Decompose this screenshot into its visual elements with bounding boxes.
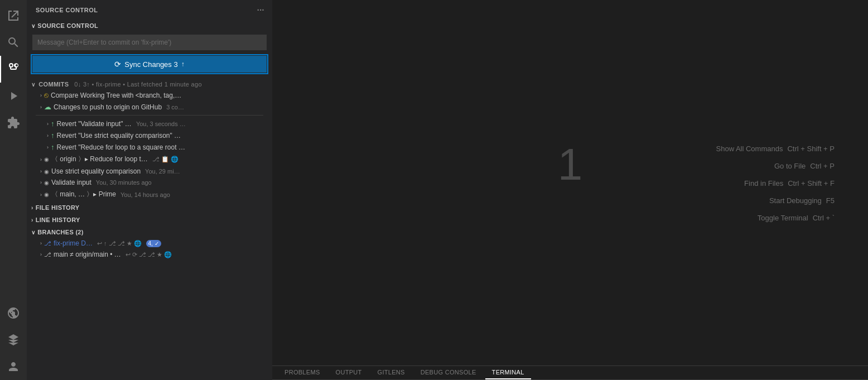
revert-strict-item[interactable]: › ↑ Revert "Use strict equality comparis… <box>27 129 272 141</box>
commit-dot-icon: ◉ <box>44 156 49 162</box>
hint-row-3: Find in Files Ctrl + Shift + F <box>716 179 835 187</box>
remote-activity-icon[interactable] <box>0 300 27 326</box>
commit-dot-icon4: ◉ <box>44 191 49 198</box>
show-all-commands-keys: Ctrl + Shift + P <box>787 144 835 152</box>
sidebar-header-icons: ··· <box>256 4 266 16</box>
compare-icon: ⎋ <box>44 91 49 99</box>
item-chevron: › <box>40 157 42 162</box>
fp-icon6: 🌐 <box>134 240 142 247</box>
item-chevron: › <box>40 252 42 257</box>
go-to-file-keys: Ctrl + P <box>810 161 835 170</box>
br-text: BRANCHES (2) <box>37 229 83 235</box>
bottom-panel: PROBLEMS OUTPUT GITLENS DEBUG CONSOLE TE… <box>272 365 868 380</box>
commits-meta: 0↓ 3↑ • fix-prime • Last fetched 1 minut… <box>74 81 201 88</box>
origin-reduce-label: 〈 origin 〉▸ Reduce for loop t… <box>51 155 148 164</box>
compare-working-tree-item[interactable]: › ⎋ Compare Working Tree with <branch, t… <box>27 89 272 101</box>
commit-dot-icon3: ◉ <box>44 180 49 186</box>
commit-message-input[interactable] <box>32 35 267 50</box>
file-history-label[interactable]: › FILE HISTORY <box>27 202 272 213</box>
revert-reduce-item[interactable]: › ↑ Revert "Reduce for loop to a square … <box>27 141 272 153</box>
command-hints: Show All Commands Ctrl + Shift + P Go to… <box>716 144 835 222</box>
strict-equality-label: Use strict equality comparison <box>51 167 141 175</box>
main-area: 1 Show All Commands Ctrl + Shift + P Go … <box>272 0 868 380</box>
main-prime-label: 〈 main, … 〉▸ Prime <box>51 190 116 199</box>
run-debug-activity-icon[interactable] <box>0 83 27 109</box>
lh-chevron: › <box>31 217 33 223</box>
branches-label[interactable]: ∨ BRANCHES (2) <box>27 227 272 238</box>
sync-icon: ⟳ <box>114 60 121 69</box>
fp-icon1: ↩ <box>97 240 102 247</box>
source-control-section-label[interactable]: ∨ SOURCE CONTROL <box>27 20 272 31</box>
main-icon5: ★ <box>157 251 162 258</box>
push-icon: ☁ <box>44 103 51 111</box>
sc-label: SOURCE CONTROL <box>37 22 98 29</box>
item-chevron: › <box>40 104 42 110</box>
tab-debug-console[interactable]: DEBUG CONSOLE <box>414 366 483 379</box>
sync-button-container: ⟳ Sync Changes 3 ↑ <box>27 54 272 75</box>
fp-badge: 4, ✓ <box>146 240 161 247</box>
origin-inline-icons: ⎇ 📋 🌐 <box>152 156 179 163</box>
tab-output[interactable]: OUTPUT <box>329 366 369 379</box>
main-icon4: ⎇ <box>148 251 155 258</box>
branch-icon-fp: ⎇ <box>44 240 51 247</box>
revert-validate-meta: You, 3 seconds … <box>136 121 186 127</box>
accounts-activity-icon[interactable] <box>0 353 27 380</box>
commits-label: COMMITS <box>38 81 69 88</box>
main-prime-item[interactable]: › ◉ 〈 main, … 〉▸ Prime You, 14 hours ago <box>27 188 272 201</box>
main-inline-icons: ↩ ⟳ ⎇ ⎇ ★ 🌐 <box>126 251 172 258</box>
main-branch-label: main ≠ origin/main • … <box>54 251 121 258</box>
line-history-section: › LINE HISTORY <box>27 214 272 225</box>
item-chevron: › <box>47 145 49 150</box>
hint-row-4: Start Debugging F5 <box>716 196 835 204</box>
revert-strict-label: Revert "Use strict equality comparison" … <box>57 132 181 140</box>
extensions-activity-icon[interactable] <box>0 109 27 136</box>
line-history-label[interactable]: › LINE HISTORY <box>27 214 272 225</box>
up-commit-icon2: ↑ <box>51 131 55 140</box>
find-in-files-label: Find in Files <box>744 179 783 187</box>
branch-icon: ⎇ <box>152 156 160 163</box>
lh-text: LINE HISTORY <box>36 217 80 223</box>
tab-gitlens[interactable]: GITLENS <box>371 366 412 379</box>
more-icon[interactable]: ··· <box>256 4 266 16</box>
item-chevron: › <box>40 169 42 174</box>
tab-problems[interactable]: PROBLEMS <box>278 366 327 379</box>
main-branch-item[interactable]: › ⎇ main ≠ origin/main • … ↩ ⟳ ⎇ ⎇ ★ 🌐 <box>27 249 272 260</box>
fix-prime-branch-item[interactable]: › ⎇ fix-prime D… ↩ ↑ ⎇ ⎇ ★ 🌐 4, ✓ <box>27 238 272 249</box>
commits-header[interactable]: ∨ COMMITS 0↓ 3↑ • fix-prime • Last fetch… <box>27 79 272 89</box>
search-activity-icon[interactable] <box>0 29 27 56</box>
start-debugging-keys: F5 <box>826 196 835 204</box>
revert-validate-item[interactable]: › ↑ Revert "Validate input" … You, 3 sec… <box>27 118 272 129</box>
sidebar: SOURCE CONTROL ··· ∨ SOURCE CONTROL ⟳ Sy… <box>27 0 272 380</box>
commits-section: ∨ COMMITS 0↓ 3↑ • fix-prime • Last fetch… <box>27 79 272 201</box>
strict-meta: You, 29 mi… <box>145 168 180 175</box>
item-chevron: › <box>47 121 49 127</box>
hint-row-2: Go to File Ctrl + P <box>716 161 835 170</box>
tree-divider <box>36 115 263 116</box>
commits-chevron: ∨ <box>31 81 35 88</box>
origin-reduce-item[interactable]: › ◉ 〈 origin 〉▸ Reduce for loop t… ⎇ 📋 🌐 <box>27 153 272 166</box>
push-meta: 3 co… <box>166 104 184 110</box>
toggle-terminal-label: Toggle Terminal <box>758 213 808 222</box>
fp-icon3: ⎇ <box>109 240 116 247</box>
fp-icon4: ⎇ <box>118 240 125 247</box>
strict-equality-item[interactable]: › ◉ Use strict equality comparison You, … <box>27 166 272 177</box>
tab-terminal[interactable]: TERMINAL <box>485 366 531 379</box>
commit-message-container <box>27 31 272 54</box>
fh-text: FILE HISTORY <box>36 204 80 211</box>
source-control-activity-icon[interactable] <box>0 56 27 83</box>
sync-button-label: Sync Changes 3 <box>124 60 177 69</box>
branch-icon-main: ⎇ <box>44 251 51 258</box>
changes-to-push-item[interactable]: › ☁ Changes to push to origin on GitHub … <box>27 101 272 113</box>
item-chevron: › <box>40 192 42 198</box>
sync-changes-button[interactable]: ⟳ Sync Changes 3 ↑ <box>32 56 267 73</box>
up-commit-icon3: ↑ <box>51 143 55 151</box>
main-icon6: 🌐 <box>164 251 172 258</box>
hint-row-5: Toggle Terminal Ctrl + ` <box>716 213 835 222</box>
center-number: 1 <box>558 139 583 190</box>
item-chevron: › <box>40 180 42 185</box>
gitlens-activity-icon[interactable] <box>0 326 27 353</box>
validate-input-item[interactable]: › ◉ Validate input You, 30 minutes ago <box>27 177 272 188</box>
push-label: Changes to push to origin on GitHub <box>54 103 162 111</box>
copy-icon: 📋 <box>161 156 169 163</box>
explorer-activity-icon[interactable] <box>0 2 27 29</box>
